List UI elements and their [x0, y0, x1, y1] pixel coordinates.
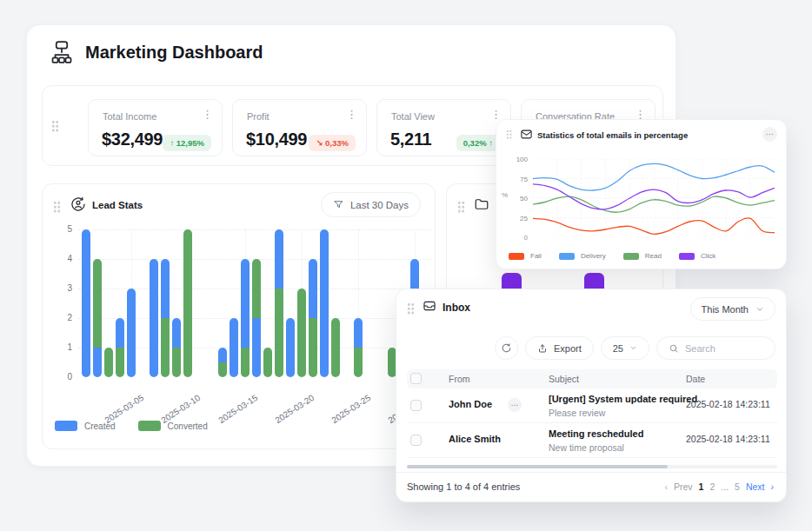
bar-2025-03-18: [275, 229, 283, 377]
legend-label: Click: [701, 252, 715, 260]
horizontal-scrollbar: [407, 465, 777, 468]
bar-segment-converted: [104, 348, 113, 377]
email-date: 2025-02-18 14:23:11: [686, 399, 770, 409]
bar-2025-03-14: [230, 318, 238, 377]
y-tick-label: 0: [55, 372, 72, 382]
search-input[interactable]: [685, 343, 765, 354]
column-header-date: Date: [686, 374, 705, 384]
bar-segment-converted: [116, 348, 124, 377]
export-label: Export: [554, 343, 582, 354]
folder-icon: [474, 196, 489, 212]
x-tick-label: 2025-03-15: [216, 393, 259, 425]
page-number-5[interactable]: 5: [735, 481, 740, 492]
kebab-menu-icon[interactable]: ⋮: [346, 109, 357, 120]
line-series-click: [533, 184, 775, 209]
email-subject: [Urgent] System update required: [549, 394, 697, 404]
table-row[interactable]: Alice SmithMeeting rescheduledNew time p…: [407, 423, 777, 458]
x-tick-label: 2025-03-20: [273, 393, 316, 425]
date-range-filter-button[interactable]: Last 30 Days: [321, 192, 421, 217]
drag-handle-icon[interactable]: [457, 201, 465, 213]
app-header: Marketing Dashboard: [49, 39, 263, 65]
period-dropdown[interactable]: This Month: [690, 297, 775, 321]
y-tick-label: 50: [507, 195, 528, 202]
bar-2025-03-13: [218, 348, 227, 377]
bar-segment-created: [127, 289, 136, 377]
pagination: ‹Prev12...5Next›: [665, 481, 774, 492]
y-tick-label: 3: [55, 283, 72, 293]
select-all-checkbox[interactable]: [410, 373, 422, 384]
row-checkbox[interactable]: [410, 435, 422, 446]
prev-page-button[interactable]: Prev: [674, 481, 693, 492]
page-size-dropdown[interactable]: 25: [601, 336, 649, 360]
bar-segment-converted: [183, 229, 192, 377]
scrollbar-thumb[interactable]: [407, 465, 668, 468]
stat-value: $10,499: [246, 129, 307, 149]
lead-stats-title: Lead Stats: [92, 200, 143, 210]
more-menu-icon[interactable]: ⋯: [762, 127, 777, 142]
bar-2025-03-04: [116, 318, 124, 377]
y-tick-label: 25: [507, 215, 528, 222]
bar-segment-created: [309, 259, 317, 318]
kebab-menu-icon[interactable]: ⋮: [490, 109, 502, 120]
lead-stats-icon: [70, 196, 87, 213]
drag-handle-icon[interactable]: [53, 201, 61, 213]
page-number-1[interactable]: 1: [699, 481, 704, 492]
bar-2025-03-20: [297, 289, 306, 377]
drag-handle-icon[interactable]: [51, 120, 59, 132]
stat-title: Total Income: [103, 111, 156, 122]
bar-2025-03-07: [150, 259, 158, 377]
bar-segment-created: [286, 318, 295, 377]
row-menu-icon[interactable]: ⋯: [508, 398, 522, 412]
bar-2025-03-16: [252, 259, 261, 377]
bar-segment-created: [252, 318, 261, 377]
bar-2025-03-17: [263, 348, 272, 377]
inbox-title: Inbox: [443, 302, 470, 314]
refresh-button[interactable]: [495, 336, 518, 360]
bar-segment-created: [150, 259, 158, 377]
lead-stats-legend: CreatedConverted: [55, 421, 208, 431]
table-row[interactable]: John Doe⋯[Urgent] System update required…: [407, 388, 777, 423]
sender-name: Alice Smith: [449, 434, 501, 444]
bar-2025-03-19: [286, 318, 295, 377]
email-preview: Please review: [549, 408, 605, 418]
dashboard-page: Marketing Dashboard Total Income ⋮ $32,4…: [0, 0, 812, 531]
next-page-chevron-icon[interactable]: ›: [771, 481, 775, 492]
prev-page-chevron-icon[interactable]: ‹: [665, 481, 669, 492]
legend-swatch: [679, 253, 695, 260]
next-page-button[interactable]: Next: [746, 481, 765, 492]
entries-summary: Showing 1 to 4 of 4 entries: [407, 481, 520, 492]
page-title: Marketing Dashboard: [85, 43, 263, 63]
legend-label: Created: [84, 421, 116, 431]
bar-segment-converted: [354, 348, 363, 377]
bar-2025-03-08: [161, 259, 170, 377]
stat-card-total-view: Total View ⋮ 5,211 0,32% ↑: [376, 99, 511, 156]
drag-handle-icon[interactable]: [407, 302, 415, 315]
y-tick-label: 5: [55, 224, 72, 234]
email-stats-y-axis-label: %: [502, 191, 508, 199]
bar-2025-03-15: [241, 259, 250, 377]
export-button[interactable]: Export: [525, 336, 594, 360]
table-body: John Doe⋯[Urgent] System update required…: [407, 388, 777, 458]
legend-item-read: Read: [623, 252, 662, 260]
kebab-menu-icon[interactable]: ⋮: [202, 109, 213, 120]
row-checkbox[interactable]: [410, 400, 422, 411]
inbox-toolbar: Export 25: [495, 336, 775, 360]
chevron-down-icon: [755, 305, 764, 314]
stat-card-total-income: Total Income ⋮ $32,499 ↑ 12,95%: [88, 99, 223, 156]
y-tick-label: 4: [55, 254, 72, 263]
bar-2025-03-01: [82, 229, 90, 377]
bar-segment-converted: [252, 259, 261, 318]
bar-2025-03-23: [331, 318, 340, 377]
page-number-...[interactable]: ...: [721, 481, 729, 492]
bar-segment-converted: [309, 318, 317, 377]
bar-2025-03-02: [93, 259, 102, 377]
drag-handle-icon[interactable]: [506, 129, 512, 139]
table-header-row: From Subject Date: [407, 369, 777, 388]
bar-segment-created: [161, 259, 170, 318]
page-number-2[interactable]: 2: [709, 481, 715, 492]
bar-segment-created: [218, 348, 227, 362]
period-label: This Month: [702, 304, 749, 315]
bar-segment-created: [172, 318, 181, 348]
stat-title: Total View: [391, 111, 435, 122]
bar-segment-created: [116, 318, 124, 348]
